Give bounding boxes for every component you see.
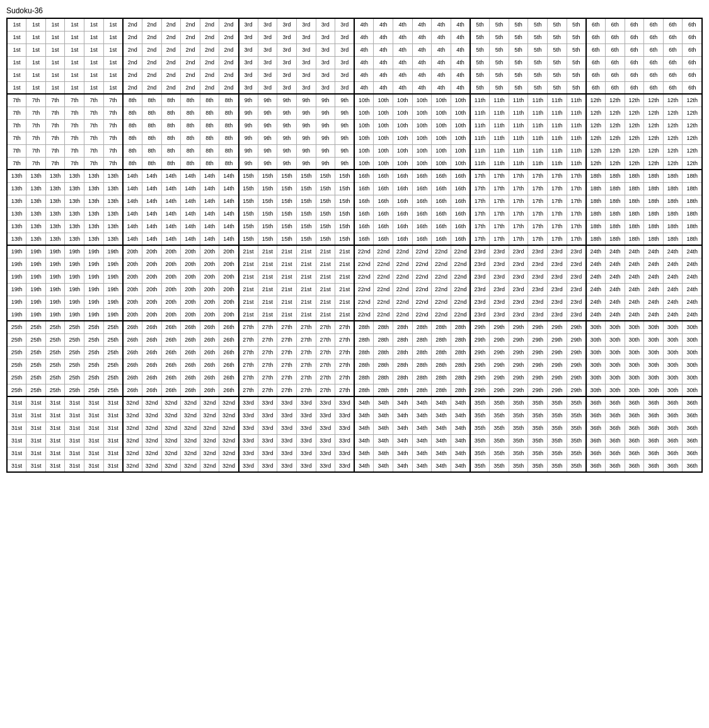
- cell: 34th: [354, 459, 374, 472]
- cell: 32nd: [219, 409, 239, 422]
- cell: 25th: [84, 359, 104, 371]
- cell: 26th: [123, 371, 142, 384]
- cell: 16th: [432, 220, 451, 233]
- cell: 24th: [625, 308, 644, 321]
- cell: 35th: [470, 447, 490, 459]
- cell: 27th: [277, 359, 297, 371]
- cell: 1st: [45, 56, 65, 69]
- cell: 22nd: [412, 270, 432, 283]
- cell: 10th: [374, 94, 393, 107]
- cell: 16th: [412, 207, 432, 220]
- cell: 3rd: [335, 43, 355, 56]
- cell: 4th: [374, 56, 393, 69]
- cell: 22nd: [393, 245, 413, 258]
- cell: 5th: [528, 18, 548, 31]
- cell: 31st: [45, 409, 65, 422]
- cell: 30th: [644, 371, 664, 384]
- cell: 31st: [84, 409, 104, 422]
- cell: 18th: [683, 170, 702, 182]
- cell: 1st: [65, 31, 84, 43]
- cell: 10th: [354, 94, 374, 107]
- cell: 20th: [219, 283, 239, 296]
- cell: 27th: [258, 371, 277, 384]
- cell: 34th: [432, 434, 451, 447]
- cell: 23rd: [509, 296, 528, 308]
- cell: 7th: [65, 119, 84, 132]
- cell: 34th: [451, 459, 470, 472]
- cell: 31st: [7, 396, 26, 409]
- cell: 9th: [239, 144, 258, 157]
- cell: 36th: [605, 447, 625, 459]
- cell: 19th: [7, 270, 26, 283]
- cell: 18th: [605, 195, 625, 207]
- cell: 25th: [45, 371, 65, 384]
- cell: 18th: [683, 233, 702, 245]
- cell: 27th: [296, 333, 316, 346]
- cell: 26th: [161, 384, 181, 396]
- cell: 27th: [296, 384, 316, 396]
- cell: 3rd: [277, 18, 297, 31]
- cell: 36th: [663, 447, 683, 459]
- cell: 2nd: [123, 18, 142, 31]
- cell: 22nd: [432, 270, 451, 283]
- cell: 8th: [161, 144, 181, 157]
- cell: 30th: [605, 359, 625, 371]
- cell: 30th: [605, 384, 625, 396]
- cell: 2nd: [123, 56, 142, 69]
- cell: 3rd: [277, 31, 297, 43]
- cell: 14th: [142, 207, 161, 220]
- cell: 5th: [470, 18, 490, 31]
- cell: 8th: [181, 119, 200, 132]
- cell: 25th: [103, 384, 123, 396]
- cell: 10th: [432, 144, 451, 157]
- cell: 34th: [432, 396, 451, 409]
- cell: 4th: [393, 43, 413, 56]
- cell: 4th: [393, 31, 413, 43]
- cell: 15th: [258, 170, 277, 182]
- cell: 26th: [161, 333, 181, 346]
- cell: 6th: [644, 18, 664, 31]
- cell: 18th: [644, 207, 664, 220]
- cell: 8th: [161, 119, 181, 132]
- cell: 13th: [65, 182, 84, 195]
- cell: 13th: [65, 207, 84, 220]
- cell: 36th: [683, 396, 702, 409]
- cell: 17th: [509, 170, 528, 182]
- cell: 14th: [123, 220, 142, 233]
- cell: 15th: [277, 207, 297, 220]
- cell: 25th: [65, 333, 84, 346]
- cell: 17th: [509, 195, 528, 207]
- cell: 27th: [335, 371, 355, 384]
- cell: 21st: [316, 270, 335, 283]
- cell: 27th: [316, 384, 335, 396]
- cell: 22nd: [451, 283, 470, 296]
- cell: 5th: [509, 81, 528, 94]
- cell: 36th: [683, 447, 702, 459]
- cell: 7th: [103, 107, 123, 119]
- cell: 20th: [219, 296, 239, 308]
- cell: 22nd: [451, 308, 470, 321]
- cell: 31st: [65, 447, 84, 459]
- cell: 11th: [548, 107, 567, 119]
- cell: 4th: [354, 31, 374, 43]
- cell: 16th: [451, 195, 470, 207]
- cell: 9th: [277, 107, 297, 119]
- cell: 31st: [7, 447, 26, 459]
- cell: 30th: [625, 346, 644, 359]
- cell: 4th: [393, 56, 413, 69]
- cell: 3rd: [239, 69, 258, 81]
- cell: 18th: [586, 233, 606, 245]
- cell: 24th: [663, 283, 683, 296]
- cell: 1st: [45, 31, 65, 43]
- cell: 29th: [470, 321, 490, 333]
- cell: 30th: [683, 346, 702, 359]
- cell: 30th: [644, 333, 664, 346]
- cell: 4th: [432, 69, 451, 81]
- cell: 4th: [412, 81, 432, 94]
- cell: 36th: [586, 447, 606, 459]
- cell: 2nd: [200, 18, 219, 31]
- cell: 33rd: [335, 396, 355, 409]
- cell: 6th: [605, 81, 625, 94]
- cell: 20th: [200, 258, 219, 270]
- cell: 1st: [103, 81, 123, 94]
